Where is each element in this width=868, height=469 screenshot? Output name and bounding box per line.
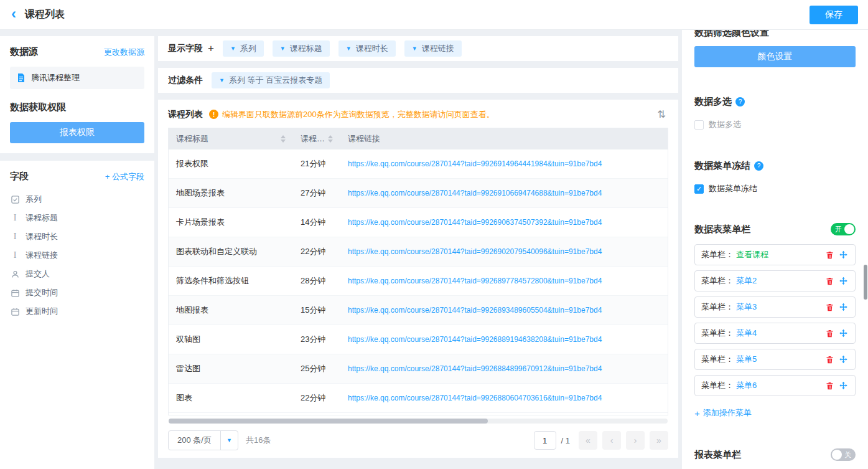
move-menu-icon[interactable] — [838, 328, 849, 339]
table-row: 卡片场景报表 14分钟 https://ke.qq.com/course/287… — [169, 208, 668, 237]
sort-arrows-icon[interactable] — [328, 135, 333, 143]
delete-menu-icon[interactable] — [824, 249, 835, 260]
color-settings-button[interactable]: 颜色设置 — [694, 46, 856, 67]
move-menu-icon[interactable] — [838, 354, 849, 365]
course-duration-cell: 25分钟 — [293, 354, 340, 383]
display-fields-label: 显示字段 — [168, 43, 203, 54]
table-footer: 200 条/页 ▼ 共16条 / 1 « ‹ › » — [168, 430, 668, 450]
filter-chip[interactable]: ▼ 系列 等于 百宝云报表专题 — [212, 72, 330, 88]
change-datasource-link[interactable]: 更改数据源 — [104, 47, 144, 58]
page-number-input[interactable] — [534, 431, 556, 450]
course-link[interactable]: https://ke.qq.com/course/2870144?taid=99… — [340, 149, 668, 178]
save-button[interactable]: 保存 — [810, 6, 858, 24]
text-field-icon: I — [10, 213, 20, 223]
prev-page-button[interactable]: ‹ — [602, 431, 621, 450]
move-menu-icon[interactable] — [838, 380, 849, 391]
sort-order-icon[interactable]: ⇅ — [655, 108, 668, 120]
table-title: 课程列表 — [168, 109, 203, 120]
field-item-course-link[interactable]: I 课程链接 — [10, 246, 144, 265]
sort-arrows-icon[interactable] — [281, 135, 286, 143]
table-menu-toggle[interactable]: 开 — [831, 223, 856, 235]
delete-menu-icon[interactable] — [824, 301, 835, 313]
chevron-down-icon: ▼ — [280, 46, 286, 52]
course-title-cell: 地图报表 — [169, 296, 293, 325]
course-link[interactable]: https://ke.qq.com/course/2870144?taid=99… — [340, 354, 668, 383]
display-field-chip-series[interactable]: ▼ 系列 — [223, 40, 264, 57]
chevron-down-icon: ▼ — [220, 431, 238, 450]
course-link[interactable]: https://ke.qq.com/course/2870144?taid=99… — [340, 384, 668, 412]
page-total: / 1 — [561, 436, 570, 445]
back-icon[interactable]: ‹ — [11, 6, 16, 21]
table-menu-title: 数据表菜单栏 — [694, 224, 750, 235]
field-item-submit-time[interactable]: 提交时间 — [10, 283, 144, 302]
column-header-course-duration[interactable]: 课程… — [293, 128, 340, 149]
add-menu-link[interactable]: + 添加操作菜单 — [694, 407, 752, 419]
course-duration-cell: 22分钟 — [293, 237, 340, 266]
course-duration-cell: 21分钟 — [293, 149, 340, 178]
help-icon[interactable]: ? — [735, 97, 745, 107]
warning-text: 编辑界面只取数据源前200条作为查询数据预览，完整数据请访问页面查看。 — [222, 109, 495, 120]
course-link[interactable]: https://ke.qq.com/course/2870144?taid=99… — [340, 296, 668, 325]
column-header-course-title[interactable]: 课程标题 — [169, 128, 293, 149]
formula-field-link[interactable]: + 公式字段 — [105, 171, 144, 182]
chevron-down-icon: ▼ — [346, 46, 352, 52]
menu-item-value[interactable]: 菜单5 — [736, 354, 821, 365]
menu-freeze-checkbox-label: 数据菜单冻结 — [709, 183, 757, 194]
display-field-chip-course-title[interactable]: ▼ 课程标题 — [273, 40, 330, 57]
menu-item-value[interactable]: 菜单2 — [736, 275, 821, 287]
chip-label: 课程时长 — [356, 43, 388, 54]
field-label: 课程链接 — [26, 250, 58, 261]
next-page-button[interactable]: › — [626, 431, 645, 450]
horizontal-scrollbar[interactable] — [169, 419, 668, 424]
menu-item-value[interactable]: 菜单4 — [736, 328, 821, 339]
report-permission-button[interactable]: 报表权限 — [10, 122, 144, 143]
content-area: 数据源 更改数据源 腾讯课程整理 数据获取权限 报表权限 字段 + 公式字段 — [0, 30, 868, 469]
add-display-field-icon[interactable]: + — [208, 42, 214, 55]
toggle-knob — [832, 450, 842, 460]
menu-freeze-checkbox-row[interactable]: ✓ 数据菜单冻结 — [694, 183, 856, 194]
field-label: 课程标题 — [26, 212, 58, 224]
menu-item-value[interactable]: 菜单3 — [736, 301, 821, 313]
window-scrollbar-thumb[interactable] — [864, 265, 867, 300]
field-item-series[interactable]: 系列 — [10, 190, 144, 209]
delete-menu-icon[interactable] — [824, 275, 835, 287]
display-field-chip-course-link[interactable]: ▼ 课程链接 — [404, 40, 462, 57]
menu-item-value[interactable]: 查看课程 — [736, 249, 821, 260]
delete-menu-icon[interactable] — [824, 354, 835, 365]
display-field-chip-course-duration[interactable]: ▼ 课程时长 — [338, 40, 396, 57]
course-link[interactable]: https://ke.qq.com/course/2870144?taid=99… — [340, 237, 668, 266]
menu-item-value[interactable]: 菜单6 — [736, 380, 821, 391]
multi-select-checkbox[interactable] — [694, 120, 704, 130]
menu-bar-list: 菜单栏： 查看课程 菜单栏： 菜单2 — [694, 244, 856, 396]
delete-menu-icon[interactable] — [824, 328, 835, 339]
field-item-course-title[interactable]: I 课程标题 — [10, 209, 144, 227]
course-link[interactable]: https://ke.qq.com/course/2870144?taid=99… — [340, 179, 668, 207]
course-link[interactable]: https://ke.qq.com/course/2870144?taid=99… — [340, 325, 668, 354]
course-link[interactable]: https://ke.qq.com/course/2870144?taid=99… — [340, 208, 668, 237]
field-item-course-duration[interactable]: I 课程时长 — [10, 227, 144, 246]
last-page-button[interactable]: » — [650, 431, 668, 450]
menu-bar-item: 菜单栏： 菜单3 — [694, 296, 856, 318]
table-row: 报表权限 21分钟 https://ke.qq.com/course/28701… — [169, 149, 668, 179]
field-item-submitter[interactable]: 提交人 — [10, 265, 144, 283]
document-icon — [16, 73, 26, 83]
first-page-button[interactable]: « — [579, 431, 597, 450]
page-size-select[interactable]: 200 条/页 ▼ — [168, 430, 238, 450]
multi-select-checkbox-row[interactable]: 数据多选 — [694, 119, 856, 130]
course-duration-cell: 28分钟 — [293, 267, 340, 295]
delete-menu-icon[interactable] — [824, 380, 835, 391]
horizontal-scrollbar-thumb[interactable] — [169, 419, 488, 424]
field-item-update-time[interactable]: 更新时间 — [10, 302, 144, 321]
chip-label: 系列 — [240, 43, 256, 54]
filter-chip-label: 系列 等于 百宝云报表专题 — [229, 75, 322, 86]
course-link[interactable]: https://ke.qq.com/course/2870144?taid=99… — [340, 267, 668, 295]
report-menu-toggle[interactable]: 关 — [831, 448, 856, 461]
field-label: 课程时长 — [26, 231, 58, 242]
move-menu-icon[interactable] — [838, 301, 849, 313]
table-row: 地图场景报表 27分钟 https://ke.qq.com/course/287… — [169, 179, 668, 208]
move-menu-icon[interactable] — [838, 249, 849, 260]
menu-freeze-checkbox[interactable]: ✓ — [694, 184, 704, 194]
help-icon[interactable]: ? — [754, 161, 763, 171]
move-menu-icon[interactable] — [838, 275, 849, 287]
datasource-item[interactable]: 腾讯课程整理 — [10, 67, 144, 89]
